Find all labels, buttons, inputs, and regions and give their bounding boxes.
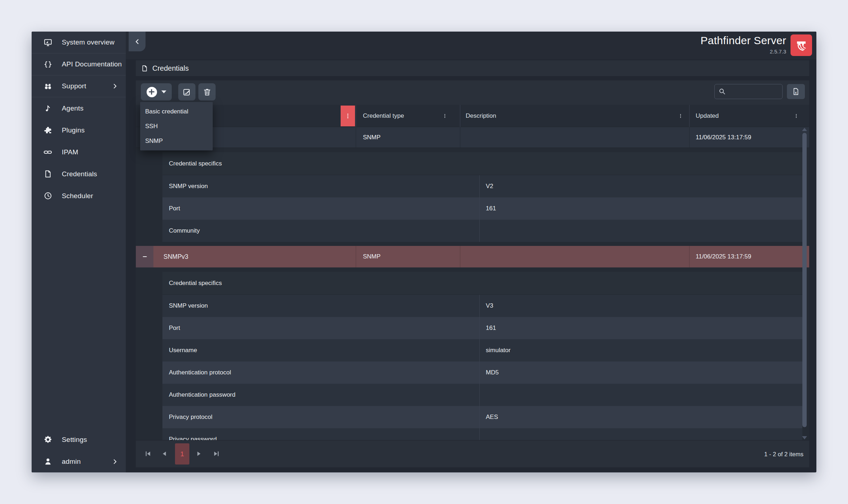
credential-specifics-panel: Credential specifics SNMP version V3 Por… xyxy=(162,272,802,440)
monitor-icon xyxy=(43,38,52,47)
add-credential-dropdown: Basic credential SSH SNMP xyxy=(140,102,213,150)
search-input[interactable] xyxy=(729,88,779,95)
sidebar-collapse-button[interactable] xyxy=(129,32,146,51)
scroll-down-arrow[interactable] xyxy=(802,436,807,439)
scrollbar-thumb[interactable] xyxy=(802,133,807,427)
specifics-row: Username simulator xyxy=(162,339,802,361)
credential-type-column-menu[interactable] xyxy=(442,105,448,127)
edit-icon: a xyxy=(182,87,192,97)
delete-credential-button[interactable] xyxy=(198,83,216,101)
column-header-updated[interactable]: Updated xyxy=(696,105,782,127)
trash-icon xyxy=(203,88,212,97)
sidebar-item-support[interactable]: Support xyxy=(32,75,126,97)
sidebar-item-ipam[interactable]: IPAM xyxy=(32,141,126,163)
edit-credential-button[interactable]: a xyxy=(178,83,195,101)
export-excel-icon: x xyxy=(792,87,800,96)
binoculars-icon xyxy=(43,81,52,91)
description-column-menu[interactable] xyxy=(678,105,683,127)
export-excel-button[interactable]: x xyxy=(787,84,805,99)
specifics-row: Port 161 xyxy=(162,317,802,339)
last-page-button[interactable] xyxy=(210,445,222,462)
gear-icon xyxy=(43,435,52,444)
chevron-left-icon xyxy=(133,38,141,46)
sidebar-item-scheduler[interactable]: Scheduler xyxy=(32,185,126,207)
column-header-description[interactable]: Description xyxy=(466,105,667,127)
pagination-bar: 1 1 - 2 of 2 items xyxy=(136,440,809,467)
top-bar: Pathfinder Server 2.5.7.3 xyxy=(126,32,816,59)
rows-viewport: SNMP 11/06/2025 13:17:59 Credential spec… xyxy=(136,127,809,440)
plus-circle-icon xyxy=(147,87,157,97)
specifics-row: Community xyxy=(162,220,802,242)
page-number-current[interactable]: 1 xyxy=(175,443,189,465)
cell-credential-type: SNMP xyxy=(363,246,456,267)
caret-down-icon xyxy=(161,90,166,93)
cell-description xyxy=(466,246,667,267)
app-version: 2.5.7.3 xyxy=(770,48,786,55)
specifics-header: Credential specifics xyxy=(162,152,802,175)
specifics-row: SNMP version V2 xyxy=(162,175,802,197)
table-row-selected[interactable]: SNMPv3 SNMP 11/06/2025 13:17:59 xyxy=(136,246,809,267)
pagination-summary: 1 - 2 of 2 items xyxy=(764,440,803,468)
grid-search xyxy=(714,84,783,99)
collapse-row-button[interactable] xyxy=(136,246,153,267)
cell-updated: 11/06/2025 13:17:59 xyxy=(696,127,800,148)
specifics-row: Privacy protocol AES xyxy=(162,406,802,428)
name-column-menu-button[interactable] xyxy=(341,106,355,126)
specifics-row: SNMP version V3 xyxy=(162,295,802,317)
brand-logo xyxy=(791,34,812,56)
specifics-row: Port 161 xyxy=(162,197,802,220)
chevron-right-icon xyxy=(111,458,119,465)
user-icon xyxy=(43,457,52,466)
sidebar: System overview API Documentation Suppor… xyxy=(32,32,126,472)
svg-text:a: a xyxy=(185,92,186,95)
cell-description xyxy=(466,127,667,148)
clock-icon xyxy=(43,191,52,201)
specifics-row: Authentication password xyxy=(162,384,802,406)
svg-text:x: x xyxy=(795,90,797,94)
add-credential-button[interactable] xyxy=(141,83,172,101)
sidebar-item-settings[interactable]: Settings xyxy=(32,429,126,451)
sidebar-item-agents[interactable]: Agents xyxy=(32,97,126,119)
menu-item-basic-credential[interactable]: Basic credential xyxy=(140,104,213,119)
puzzle-icon xyxy=(43,126,52,135)
credentials-grid: a x Credential type xyxy=(136,80,809,467)
sidebar-item-system-overview[interactable]: System overview xyxy=(32,32,126,53)
sidebar-item-admin[interactable]: admin xyxy=(32,451,126,472)
menu-item-ssh[interactable]: SSH xyxy=(140,119,213,134)
menu-item-snmp[interactable]: SNMP xyxy=(140,134,213,148)
table-row[interactable]: SNMP 11/06/2025 13:17:59 xyxy=(136,127,809,148)
updated-column-menu[interactable] xyxy=(793,105,799,127)
specifics-row: Privacy password xyxy=(162,428,802,440)
credential-specifics-panel: Credential specifics SNMP version V2 Por… xyxy=(162,152,802,242)
page-title-bar: Credentials xyxy=(136,60,809,76)
search-icon xyxy=(718,88,726,95)
page-title: Credentials xyxy=(152,64,189,73)
table-header: Credential type Description Updated xyxy=(136,105,809,127)
sidebar-item-plugins[interactable]: Plugins xyxy=(32,119,126,141)
desktop-background: { "app": { "name": "Pathfinder Server", … xyxy=(0,0,848,504)
cell-name: SNMPv3 xyxy=(163,246,336,267)
scroll-up-arrow[interactable] xyxy=(802,128,807,131)
link-icon xyxy=(43,148,52,157)
vertical-scrollbar xyxy=(801,127,808,440)
document-icon xyxy=(141,64,149,72)
chevron-right-icon xyxy=(111,83,119,90)
specifics-row: Authentication protocol MD5 xyxy=(162,361,802,384)
braces-icon xyxy=(43,60,52,69)
app-window: System overview API Documentation Suppor… xyxy=(32,32,816,472)
cell-credential-type: SNMP xyxy=(363,127,456,148)
cell-updated: 11/06/2025 13:17:59 xyxy=(696,246,800,267)
document-icon xyxy=(43,169,52,179)
sidebar-item-credentials[interactable]: Credentials xyxy=(32,163,126,185)
specifics-header: Credential specifics xyxy=(162,272,802,295)
next-page-button[interactable] xyxy=(193,445,205,462)
column-header-credential-type[interactable]: Credential type xyxy=(363,105,438,127)
app-title: Pathfinder Server xyxy=(700,34,786,47)
note-icon xyxy=(43,104,52,113)
first-page-button[interactable] xyxy=(142,445,154,462)
sidebar-item-api-documentation[interactable]: API Documentation xyxy=(32,53,126,75)
previous-page-button[interactable] xyxy=(158,445,171,462)
